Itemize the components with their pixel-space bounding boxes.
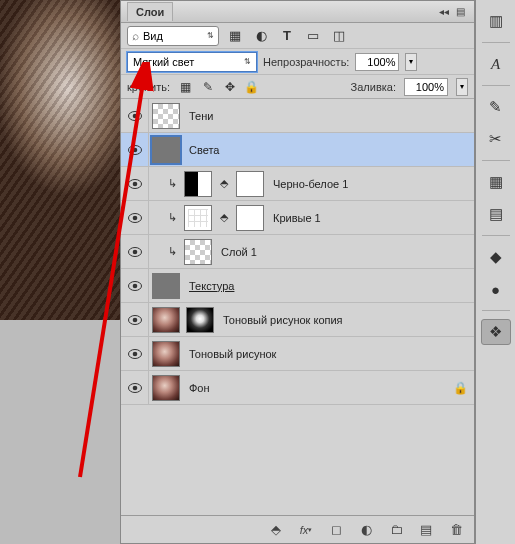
filter-smartobject-icon[interactable]: ◫ [329, 26, 349, 46]
mask-thumbnail[interactable] [236, 171, 264, 197]
chevron-updown-icon: ⇅ [244, 57, 251, 66]
tools-icon[interactable]: ✂ [481, 126, 511, 152]
clip-icon: ↳ [165, 245, 179, 259]
visibility-toggle[interactable] [121, 337, 149, 370]
layers-icon[interactable]: ❖ [481, 319, 511, 345]
lock-label: крепить: [127, 81, 170, 93]
layer-style-icon[interactable]: fx▾ [298, 522, 314, 538]
layer-thumbnail[interactable] [184, 239, 212, 265]
svg-point-6 [132, 181, 137, 186]
color-icon[interactable]: ▤ [481, 201, 511, 227]
filter-adjustment-icon[interactable]: ◐ [251, 26, 271, 46]
visibility-toggle[interactable] [121, 99, 149, 132]
visibility-toggle[interactable] [121, 371, 149, 404]
layer-row[interactable]: ↳⬘Кривые 1 [121, 201, 474, 235]
collapse-icon[interactable]: ◂◂ [436, 6, 452, 18]
delete-layer-icon[interactable]: 🗑 [448, 522, 464, 538]
layer-thumbnail[interactable] [152, 375, 180, 401]
svg-point-10 [132, 249, 137, 254]
layer-thumbnail[interactable] [152, 273, 180, 299]
filter-shape-icon[interactable]: ▭ [303, 26, 323, 46]
lock-icon: 🔒 [453, 381, 468, 395]
layer-row[interactable]: Тени [121, 99, 474, 133]
sphere-icon[interactable]: ● [481, 276, 511, 302]
layer-row[interactable]: Фон🔒 [121, 371, 474, 405]
cube-icon[interactable]: ◆ [481, 244, 511, 270]
visibility-toggle[interactable] [121, 269, 149, 302]
layer-name[interactable]: Тоновый рисунок копия [223, 314, 343, 326]
layer-name[interactable]: Текстура [189, 280, 234, 292]
adjustment-layer-icon[interactable]: ◐ [358, 522, 374, 538]
panel-menu-icon[interactable]: ▤ [452, 6, 468, 18]
opacity-label: Непрозрачность: [263, 56, 349, 68]
link-layers-icon[interactable]: ⬘ [268, 522, 284, 538]
layer-name[interactable]: Тени [189, 110, 213, 122]
svg-point-4 [132, 147, 137, 152]
visibility-toggle[interactable] [121, 167, 149, 200]
filter-type-icon[interactable]: T [277, 26, 297, 46]
lock-transparency-icon[interactable]: ▦ [178, 79, 194, 95]
layer-name[interactable]: Черно-белое 1 [273, 178, 348, 190]
filter-pixel-icon[interactable]: ▦ [225, 26, 245, 46]
layers-panel: Слои ◂◂ ▤ ⌕ Вид ⇅ ▦ ◐ T ▭ ◫ Мягкий свет … [120, 0, 475, 544]
lock-fill-toolbar: крепить: ▦ ✎ ✥ 🔒 Заливка: 100% ▾ [121, 75, 474, 99]
visibility-toggle[interactable] [121, 201, 149, 234]
layer-row[interactable]: Света [121, 133, 474, 167]
panel-tab-layers[interactable]: Слои [127, 2, 173, 21]
visibility-toggle[interactable] [121, 235, 149, 268]
opacity-input[interactable]: 100% [355, 53, 399, 71]
layer-name[interactable]: Слой 1 [221, 246, 257, 258]
lock-all-icon[interactable]: 🔒 [244, 79, 260, 95]
layer-row[interactable]: Текстура [121, 269, 474, 303]
filter-kind-label: Вид [143, 30, 163, 42]
panel-footer: ⬘ fx▾ ◻ ◐ 🗀 ▤ 🗑 [121, 515, 474, 543]
layer-thumbnail[interactable] [152, 307, 180, 333]
svg-point-12 [132, 283, 137, 288]
right-toolbar: ▥ A ✎ ✂ ▦ ▤ ◆ ● ❖ [475, 0, 515, 544]
chevron-updown-icon: ⇅ [207, 31, 214, 40]
visibility-toggle[interactable] [121, 133, 149, 166]
layer-row[interactable]: Тоновый рисунок копия [121, 303, 474, 337]
filter-kind-select[interactable]: ⌕ Вид ⇅ [127, 26, 219, 46]
lock-position-icon[interactable]: ✥ [222, 79, 238, 95]
fill-dropdown[interactable]: ▾ [456, 78, 468, 96]
layer-thumbnail[interactable] [152, 103, 180, 129]
adjustment-thumbnail[interactable] [184, 171, 212, 197]
layer-name[interactable]: Фон [189, 382, 210, 394]
swatches-icon[interactable]: ▦ [481, 169, 511, 195]
canvas-background [0, 320, 120, 544]
link-icon: ⬘ [217, 211, 231, 225]
svg-point-16 [132, 351, 137, 356]
fill-input[interactable]: 100% [404, 78, 448, 96]
search-icon: ⌕ [132, 29, 139, 43]
character-icon[interactable]: A [481, 51, 511, 77]
visibility-toggle[interactable] [121, 303, 149, 336]
group-icon[interactable]: 🗀 [388, 522, 404, 538]
svg-point-2 [132, 113, 137, 118]
layer-thumbnail[interactable] [152, 137, 180, 163]
svg-point-18 [132, 385, 137, 390]
adjustment-thumbnail[interactable] [184, 205, 212, 231]
new-layer-icon[interactable]: ▤ [418, 522, 434, 538]
layer-filter-toolbar: ⌕ Вид ⇅ ▦ ◐ T ▭ ◫ [121, 23, 474, 49]
clip-icon: ↳ [165, 177, 179, 191]
brush-icon[interactable]: ✎ [481, 94, 511, 120]
layer-mask-icon[interactable]: ◻ [328, 522, 344, 538]
layer-name[interactable]: Тоновый рисунок [189, 348, 276, 360]
histogram-icon[interactable]: ▥ [481, 8, 511, 34]
clip-icon: ↳ [165, 211, 179, 225]
layer-thumbnail[interactable] [152, 341, 180, 367]
layer-row[interactable]: ↳Слой 1 [121, 235, 474, 269]
blend-mode-select[interactable]: Мягкий свет ⇅ [127, 52, 257, 72]
fill-label: Заливка: [351, 81, 396, 93]
layer-row[interactable]: Тоновый рисунок [121, 337, 474, 371]
mask-thumbnail[interactable] [186, 307, 214, 333]
layer-name[interactable]: Кривые 1 [273, 212, 321, 224]
mask-thumbnail[interactable] [236, 205, 264, 231]
layers-list: ТениСвета↳⬘Черно-белое 1↳⬘Кривые 1↳Слой … [121, 99, 474, 515]
layer-name[interactable]: Света [189, 144, 219, 156]
lock-pixels-icon[interactable]: ✎ [200, 79, 216, 95]
svg-point-14 [132, 317, 137, 322]
opacity-dropdown[interactable]: ▾ [405, 53, 417, 71]
layer-row[interactable]: ↳⬘Черно-белое 1 [121, 167, 474, 201]
